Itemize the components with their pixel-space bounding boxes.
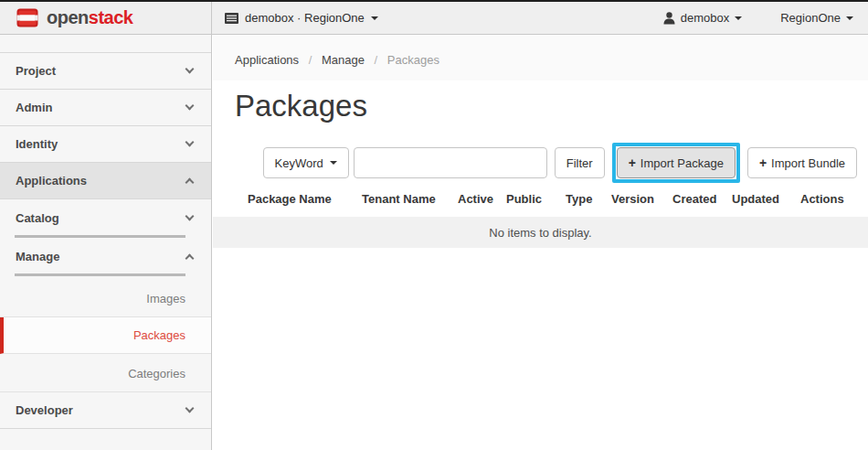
- column-header-public[interactable]: Public: [506, 192, 566, 206]
- sidebar: Project Admin Identity Applications Cata…: [0, 35, 212, 450]
- column-header-version[interactable]: Version: [611, 192, 672, 206]
- topbar: openstack demobox · RegionOne demobox Re…: [0, 0, 868, 35]
- user-menu[interactable]: demobox: [663, 11, 742, 25]
- brand-text: openstack: [47, 7, 132, 28]
- import-bundle-label: Import Bundle: [771, 156, 845, 170]
- search-input[interactable]: [354, 147, 547, 178]
- sidebar-item-manage[interactable]: Manage: [0, 238, 211, 263]
- chevron-down-icon: [185, 404, 195, 413]
- breadcrumb-separator: /: [309, 53, 312, 67]
- user-menu-label: demobox: [681, 11, 729, 25]
- section-divider: [15, 273, 185, 276]
- sidebar-item-catalog[interactable]: Catalog: [0, 199, 211, 225]
- sidebar-item-label: Categories: [128, 367, 185, 380]
- sidebar-item-label: Images: [146, 292, 185, 305]
- keyword-dropdown[interactable]: KeyWord: [263, 147, 349, 178]
- chevron-down-icon: [185, 212, 195, 221]
- caret-down-icon: [846, 16, 853, 20]
- brand-open: open: [47, 7, 89, 27]
- caret-down-icon: [330, 161, 337, 165]
- column-header-tenant-name[interactable]: Tenant Name: [362, 192, 458, 206]
- filter-button[interactable]: Filter: [555, 147, 605, 178]
- chevron-down-icon: [185, 138, 195, 147]
- sidebar-item-project[interactable]: Project: [0, 53, 211, 90]
- breadcrumb: Applications / Manage / Packages: [213, 35, 868, 80]
- import-bundle-button[interactable]: + Import Bundle: [747, 147, 857, 178]
- caret-down-icon: [735, 16, 742, 20]
- column-header-active[interactable]: Active: [458, 192, 506, 206]
- openstack-logo-icon: [16, 7, 39, 28]
- breadcrumb-link-applications[interactable]: Applications: [235, 53, 299, 67]
- sidebar-item-label: Admin: [16, 101, 52, 114]
- brand-stack: stack: [89, 7, 133, 27]
- sidebar-item-label: Developer: [16, 403, 73, 417]
- domain-icon: [225, 13, 238, 24]
- sidebar-item-label: Project: [16, 64, 56, 78]
- user-icon: [663, 12, 675, 25]
- filter-actions-bar: KeyWord Filter + Import Package + Import…: [213, 143, 857, 183]
- sidebar-item-admin[interactable]: Admin: [0, 90, 211, 126]
- sidebar-item-developer[interactable]: Developer: [0, 392, 211, 429]
- sidebar-item-label: Packages: [133, 328, 185, 342]
- page-title: Packages: [235, 90, 868, 123]
- sidebar-top-spacer: [0, 35, 211, 53]
- sidebar-item-label: Catalog: [16, 211, 59, 225]
- plus-icon: +: [629, 155, 636, 170]
- topbar-right: demobox RegionOne: [663, 11, 868, 25]
- chevron-up-icon: [185, 254, 195, 263]
- context-switcher-label: demobox · RegionOne: [245, 11, 365, 25]
- empty-message: No items to display.: [489, 226, 591, 240]
- table-empty-row: No items to display.: [213, 217, 868, 248]
- filter-button-label: Filter: [566, 156, 593, 170]
- column-header-type[interactable]: Type: [566, 192, 611, 206]
- import-package-button[interactable]: + Import Package: [617, 147, 736, 178]
- breadcrumb-current: Packages: [387, 53, 439, 67]
- tutorial-highlight-box: + Import Package: [612, 143, 740, 183]
- sidebar-item-label: Applications: [16, 174, 87, 188]
- sidebar-item-applications[interactable]: Applications: [0, 163, 211, 199]
- chevron-down-icon: [185, 65, 195, 74]
- packages-table-header: Package Name Tenant Name Active Public T…: [213, 187, 868, 210]
- import-package-label: Import Package: [640, 156, 724, 170]
- region-menu-label: RegionOne: [780, 11, 841, 25]
- keyword-dropdown-label: KeyWord: [275, 156, 323, 170]
- sidebar-item-label: Identity: [16, 137, 58, 151]
- column-header-package-name[interactable]: Package Name: [213, 192, 362, 206]
- column-header-created[interactable]: Created: [672, 192, 732, 206]
- region-menu[interactable]: RegionOne: [780, 11, 853, 25]
- main-content: Applications / Manage / Packages Package…: [213, 35, 868, 450]
- chevron-up-icon: [185, 178, 195, 188]
- sidebar-item-images[interactable]: Images: [0, 281, 211, 317]
- plus-icon: +: [759, 155, 767, 170]
- sidebar-item-label: Manage: [16, 250, 59, 263]
- chevron-down-icon: [185, 102, 195, 111]
- sidebar-item-categories[interactable]: Categories: [0, 356, 211, 392]
- caret-down-icon: [371, 16, 378, 20]
- breadcrumb-separator: /: [375, 53, 378, 67]
- sidebar-item-packages[interactable]: Packages: [0, 317, 211, 354]
- column-header-updated[interactable]: Updated: [732, 192, 800, 206]
- sidebar-item-identity[interactable]: Identity: [0, 126, 211, 163]
- context-switcher-menu[interactable]: demobox · RegionOne: [225, 11, 378, 25]
- column-header-actions: Actions: [800, 192, 868, 206]
- breadcrumb-link-manage[interactable]: Manage: [322, 53, 365, 67]
- brand[interactable]: openstack: [0, 2, 212, 34]
